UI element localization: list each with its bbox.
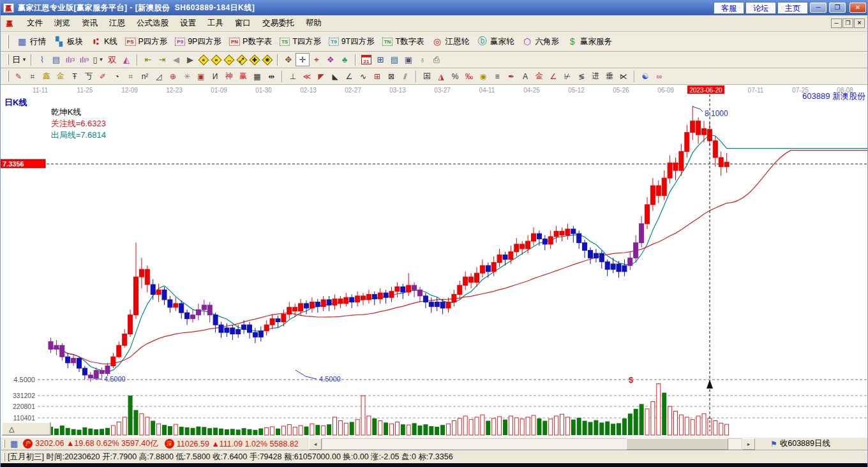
notes-icon[interactable]: ▤ [387,53,401,66]
cross-lines-icon[interactable]: ≶ [574,70,588,83]
toolbar-button-K线[interactable]: ⑆K线 [87,35,121,48]
toolbar-button-江恩轮[interactable]: ◎江恩轮 [428,35,474,48]
wedge-icon[interactable]: ⋉ [617,70,631,83]
gann-diamond-star[interactable]: ✳ [262,54,273,65]
toolbar-button-赢家服务[interactable]: $赢家服务 [563,35,616,48]
restore-button[interactable]: ❐ [829,3,846,13]
bars-3-icon[interactable]: ılı3 [63,53,77,66]
trend-angle-icon[interactable]: ∠ [342,70,356,83]
toolbar-button-9P四方形[interactable]: P99P四方形 [171,35,225,48]
scroll-left-button[interactable]: ◂ [309,438,322,450]
ink-pen-icon[interactable]: ✒ [504,70,518,83]
box-circle-icon[interactable]: ▣ [194,70,208,83]
parallel-lines-icon[interactable]: ⫽ [398,70,412,83]
shen-grid-icon[interactable]: 神 [222,70,236,83]
calendar-icon[interactable]: 21 [359,53,373,66]
bar-grip[interactable] [3,440,5,448]
infinity-icon[interactable]: ∞ [652,70,666,83]
vertical-lines-icon[interactable]: 垂 [602,70,617,83]
toolbar-button-T四方形[interactable]: TST四方形 [276,35,325,48]
toolbar-grip[interactable] [7,35,9,48]
toolbar-button-P四方形[interactable]: PSP四方形 [121,35,172,48]
save-icon[interactable]: ▣ [401,53,415,66]
first-bar-icon[interactable]: ⇤ [141,53,155,66]
pen-ruler-icon[interactable]: ✐ [96,70,110,83]
marker-tool-icon[interactable]: ⌖ [310,53,324,66]
toolbar-button-六角形[interactable]: ⬡六角形 [518,35,564,48]
scroll-right-button[interactable]: ▸ [742,438,755,450]
mdi-close-button[interactable]: ✕ [854,19,865,28]
time-circle-icon[interactable]: ◔ [110,70,124,83]
fan-lines-icon[interactable]: ≪ [300,70,314,83]
menu-item-0[interactable]: 文件 [21,16,49,31]
red-angle-icon[interactable]: ∠ [546,70,560,83]
gold-grid-2-icon[interactable]: 金 [54,70,68,83]
gann-circle-icon[interactable]: ⊕ [166,70,180,83]
star-circle-icon[interactable]: ✳ [180,70,194,83]
menu-item-2[interactable]: 资讯 [76,16,103,31]
toolbar-button-T数字表[interactable]: TNT数字表 [378,35,428,48]
toolbar-button-9T四方形[interactable]: T99T四方形 [325,35,378,48]
gann-diamond-left[interactable]: « [198,54,209,65]
prev-bar-icon[interactable]: ◀ [169,53,183,66]
bars-9-icon[interactable]: ılı9 [77,53,91,66]
levels-icon[interactable]: ≡ [490,70,504,83]
export-icon[interactable]: ♁ [415,53,430,66]
span-arrows-icon[interactable]: ⇹ [264,70,278,83]
zigzag-icon[interactable]: ∿ [356,70,370,83]
f-grid-icon[interactable]: Ŧ [68,70,82,83]
permille-icon[interactable]: ‰ [462,70,476,83]
support-icon[interactable]: ⊥ [286,70,300,83]
win-grid-icon[interactable]: 赢 [236,70,250,83]
gold-grid-1-icon[interactable]: 鑫 [40,70,54,83]
close-button[interactable]: ✕ [849,3,866,13]
candlestick-chart[interactable]: 3312022208011104014.500011-1111-2512-091… [1,85,868,437]
grid-2-icon[interactable]: ⌗ [124,70,138,83]
menu-item-1[interactable]: 浏览 [49,16,76,31]
candle-style-dropdown[interactable]: ▯▼ [91,53,105,66]
rect-grid-icon[interactable]: ⊞ [370,70,384,83]
gann-diamond-right[interactable]: » [211,54,221,65]
menu-item-7[interactable]: 窗口 [229,16,257,31]
f-angle-icon[interactable]: ⊬ [560,70,574,83]
gold-levels-icon[interactable]: 金 [532,70,546,83]
toolbar-grip[interactable] [7,54,9,66]
price-table-icon[interactable]: 国 [420,70,434,83]
a-lines-icon[interactable]: A [518,70,532,83]
square-n-icon[interactable]: n² [138,70,152,83]
percent-fan-icon[interactable]: ◮ [434,70,448,83]
toolbar-button-P数字表[interactable]: PNP数字表 [225,35,276,48]
home-button[interactable]: 主页 [778,3,807,13]
toolbar-grip[interactable] [7,71,9,82]
hand-tool-icon[interactable]: ✥ [281,53,296,66]
mdi-restore-button[interactable]: ❐ [842,19,853,28]
crosshair-tool-icon[interactable]: ✛ [296,53,310,66]
menu-item-3[interactable]: 江恩 [103,16,131,31]
menu-item-9[interactable]: 帮助 [300,16,327,31]
customer-service-button[interactable]: 客服 [714,3,744,13]
gold-circle-icon[interactable]: ◉ [476,70,490,83]
scrollbar-thumb[interactable] [626,438,728,450]
gann-diamond-diag[interactable]: ⤢ [236,54,247,65]
last-bar-icon[interactable]: ⇥ [155,53,169,66]
volume-pane-toggle-button[interactable]: △ [1,422,51,436]
percent-icon[interactable]: % [448,70,462,83]
toolbar-button-赢家轮[interactable]: ⓑ赢家轮 [473,34,518,48]
n-wave-icon[interactable]: И [208,70,222,83]
menu-item-5[interactable]: 设置 [174,16,202,31]
kline-period-label[interactable]: 日K线 [4,97,27,108]
draw-line-icon[interactable]: ✎ [11,70,26,83]
gann-diamond-expand[interactable]: ↔ [223,54,234,65]
grid-icon[interactable]: ⌗ [26,70,40,83]
gann-diamond-cross[interactable]: ✚ [249,54,260,65]
angle-icon[interactable]: ◿ [152,70,166,83]
next-bar-icon[interactable]: ▶ [183,53,197,66]
taiji-icon[interactable]: ☯ [638,70,652,83]
menu-item-6[interactable]: 工具 [202,16,229,31]
spiral-grid-icon[interactable]: 丂 [82,70,96,83]
color-chart-icon[interactable]: ◭ [119,53,133,66]
info-doc-icon[interactable]: ▤ [49,53,63,66]
print-icon[interactable]: ⎙ [430,53,444,66]
mdi-minimize-button[interactable]: ─ [831,19,842,28]
wave-chart-icon[interactable]: ⌇ [35,53,49,66]
